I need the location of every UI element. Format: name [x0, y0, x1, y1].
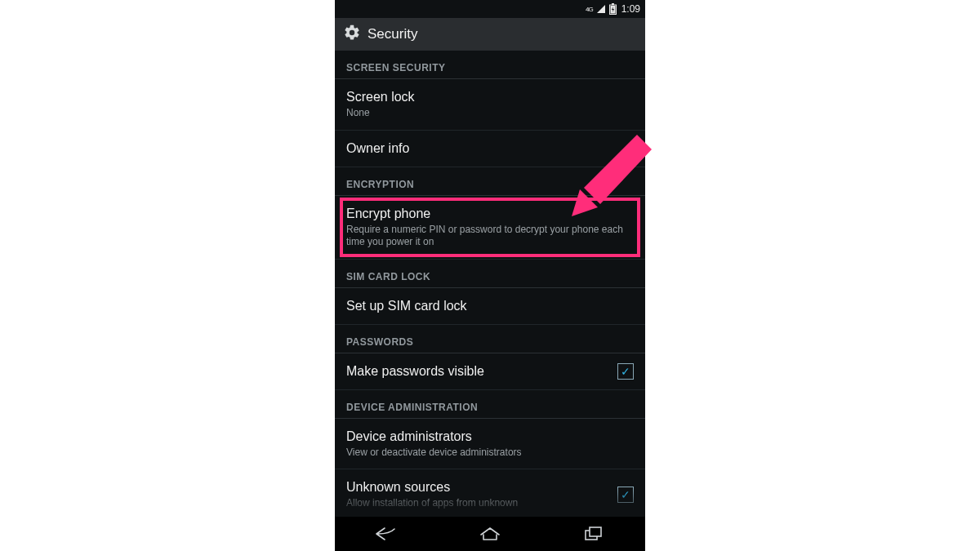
nav-home-button[interactable]	[466, 522, 514, 546]
section-header-encryption: ENCRYPTION	[335, 167, 645, 196]
svg-rect-4	[590, 527, 601, 536]
nav-bar	[335, 517, 645, 551]
settings-list[interactable]: SCREEN SECURITY Screen lock None Owner i…	[335, 51, 645, 520]
phone-screen: 4G 1:09 Security	[335, 0, 645, 551]
item-make-passwords-visible[interactable]: Make passwords visible ✓	[335, 353, 645, 390]
item-label: Encrypt phone	[346, 206, 634, 222]
item-label: Owner info	[346, 140, 634, 157]
page-title: Security	[368, 26, 417, 42]
checkbox-unknown-sources[interactable]: ✓	[617, 487, 634, 503]
network-indicator: 4G	[586, 6, 593, 13]
section-header-sim-card-lock: SIM CARD LOCK	[335, 260, 645, 288]
signal-icon	[596, 4, 606, 14]
item-label: Make passwords visible	[346, 363, 608, 380]
nav-recents-button[interactable]	[569, 522, 618, 546]
checkbox-make-passwords-visible[interactable]: ✓	[617, 363, 634, 380]
nav-back-button[interactable]	[362, 522, 411, 546]
status-bar: 4G 1:09	[335, 0, 645, 18]
item-sub: Require a numeric PIN or password to dec…	[346, 224, 634, 249]
gear-icon	[343, 24, 361, 45]
item-unknown-sources[interactable]: Unknown sources Allow installation of ap…	[335, 469, 645, 520]
title-bar: Security	[335, 18, 645, 51]
section-header-passwords: PASSWORDS	[335, 325, 645, 353]
clock: 1:09	[621, 3, 640, 15]
item-sub: View or deactivate device administrators	[346, 447, 634, 460]
item-label: Device administrators	[346, 429, 634, 445]
section-header-device-admin: DEVICE ADMINISTRATION	[335, 390, 645, 419]
item-label: Screen lock	[346, 89, 634, 105]
item-sub: Allow installation of apps from unknown	[346, 497, 608, 510]
item-sub: None	[346, 107, 634, 120]
item-label: Unknown sources	[346, 479, 608, 495]
item-owner-info[interactable]: Owner info	[335, 131, 645, 167]
battery-icon	[609, 3, 617, 15]
item-encrypt-phone[interactable]: Encrypt phone Require a numeric PIN or p…	[335, 196, 645, 260]
section-header-screen-security: SCREEN SECURITY	[335, 51, 645, 79]
item-device-administrators[interactable]: Device administrators View or deactivate…	[335, 419, 645, 470]
item-screen-lock[interactable]: Screen lock None	[335, 79, 645, 131]
item-label: Set up SIM card lock	[346, 298, 634, 314]
item-setup-sim-lock[interactable]: Set up SIM card lock	[335, 288, 645, 325]
